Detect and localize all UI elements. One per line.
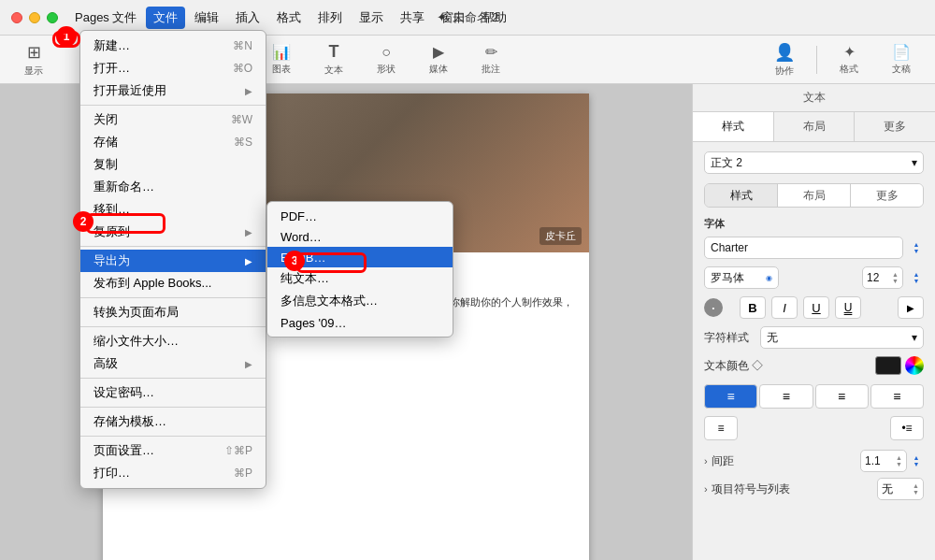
collaborate-button[interactable]: 👤 协作 <box>760 39 809 80</box>
toolbar-separator-2 <box>816 46 817 74</box>
menu-view[interactable]: 显示 <box>352 7 391 29</box>
menu-format[interactable]: 格式 <box>269 7 309 29</box>
list-value[interactable]: 无 ▲ ▼ <box>877 478 924 500</box>
media-button[interactable]: ▶︎ 媒体 <box>414 39 463 80</box>
menu-print[interactable]: 打印… ⌘P <box>80 462 266 484</box>
close-button[interactable] <box>11 12 22 23</box>
align-center-button[interactable]: ≡ <box>759 384 813 409</box>
document-button[interactable]: 📄 文稿 <box>877 39 926 80</box>
menu-new[interactable]: 新建… ⌘N <box>80 35 266 57</box>
export-pages09[interactable]: Pages '09… <box>267 312 453 333</box>
menu-pages[interactable]: Pages 文件 <box>67 7 144 29</box>
chart-label: 图表 <box>272 63 291 76</box>
menu-password[interactable]: 设定密码… <box>80 381 266 404</box>
menu-share[interactable]: 共享 <box>393 7 432 29</box>
font-name-stepper[interactable]: ▲ ▼ <box>909 237 924 259</box>
three-tab-style[interactable]: 样式 <box>705 184 778 207</box>
strikethrough-button[interactable]: U <box>835 296 861 319</box>
tab-layout[interactable]: 布局 <box>774 112 856 141</box>
menu-save-shortcut: ⌘S <box>215 136 252 149</box>
underline-button[interactable]: U <box>803 296 829 319</box>
menu-close-shortcut: ⌘W <box>212 113 252 126</box>
tab-more[interactable]: 更多 <box>855 112 935 141</box>
style-dropdown[interactable]: 正文 2 ▾ <box>704 151 924 174</box>
view-button[interactable]: ⊞ 显示 <box>9 39 58 80</box>
export-word[interactable]: Word… <box>267 226 453 247</box>
font-style-field[interactable]: 罗马体 ◉ <box>704 266 779 289</box>
export-epub[interactable]: EPUB… <box>267 247 453 267</box>
export-plain[interactable]: 纯文本… <box>267 267 453 290</box>
export-word-label: Word… <box>280 230 322 244</box>
menu-moveto[interactable]: 移到… <box>80 198 266 221</box>
view-icon: ⊞ <box>27 42 41 63</box>
spacing-down: ▼ <box>896 461 902 467</box>
char-style-dropdown[interactable]: 无 ▾ <box>760 326 924 349</box>
color-wheel[interactable] <box>905 356 924 375</box>
list-style-button[interactable]: ≡ <box>704 416 738 440</box>
indent-button[interactable]: •≡ <box>890 416 924 440</box>
tab-style[interactable]: 样式 <box>693 112 774 141</box>
menu-open[interactable]: 打开… ⌘O <box>80 57 266 79</box>
spacing-value[interactable]: 1.1 ▲ ▼ <box>860 450 907 472</box>
file-menu-dropdown: 新建… ⌘N 打开… ⌘O 打开最近使用 ▶ 关闭 ⌘W 存储 ⌘S 复制 重新… <box>79 30 266 489</box>
font-name-field[interactable]: Charter <box>704 237 903 259</box>
format-panel-button[interactable]: ✦ 格式 <box>825 39 873 80</box>
chart-icon: 📊 <box>272 43 291 61</box>
menu-publish[interactable]: 发布到 Apple Books... <box>80 272 266 294</box>
minimize-button[interactable] <box>29 12 40 23</box>
menu-save[interactable]: 存储 ⌘S <box>80 131 266 153</box>
shape-button[interactable]: ○ 形状 <box>362 39 410 80</box>
font-size-outer-stepper[interactable]: ▲ ▼ <box>909 266 924 289</box>
align-justify-button[interactable]: ≡ <box>870 384 924 409</box>
spacing-toggle[interactable]: › <box>704 455 708 467</box>
menu-arrange[interactable]: 排列 <box>310 7 350 29</box>
spacing-label: 间距 <box>712 453 860 469</box>
menu-revert[interactable]: 复原到 ▶ <box>80 221 266 243</box>
text-color-swatch[interactable] <box>875 356 901 375</box>
text-icon: T <box>329 42 339 62</box>
text-color-label: 文本颜色 ◇ <box>704 358 875 374</box>
align-left-button[interactable]: ≡ <box>704 384 757 409</box>
menu-close[interactable]: 关闭 ⌘W <box>80 108 266 131</box>
font-size-outer-up: ▲ <box>913 271 920 278</box>
menu-export[interactable]: 导出为 ▶ <box>80 250 266 272</box>
menu-convert[interactable]: 转换为页面布局 <box>80 301 266 323</box>
export-pdf[interactable]: PDF… <box>267 206 453 226</box>
menu-open-recent[interactable]: 打开最近使用 ▶ <box>80 79 266 102</box>
export-epub-label: EPUB… <box>280 251 325 265</box>
font-name-down: ▼ <box>913 248 920 254</box>
spacing-outer-stepper[interactable]: ▲ ▼ <box>909 450 924 472</box>
export-rtf[interactable]: 多信息文本格式… <box>267 290 453 312</box>
italic-button[interactable]: I <box>771 296 798 319</box>
menu-page-setup-shortcut: ⇧⌘P <box>206 444 252 457</box>
font-section-label: 字体 <box>704 217 924 231</box>
sep1 <box>80 105 266 106</box>
right-sidebar: 文本 样式 布局 更多 正文 2 ▾ 样式 布局 更多 字体 Charter <box>692 84 935 560</box>
align-right-button[interactable]: ≡ <box>815 384 869 409</box>
export-rtf-label: 多信息文本格式… <box>280 293 378 309</box>
more-styles-icon: ▶ <box>907 303 914 313</box>
comment-label: 批注 <box>482 63 500 76</box>
comment-button[interactable]: ✏ 批注 <box>467 39 515 80</box>
font-size-field[interactable]: 12 ▲ ▼ <box>862 266 903 289</box>
fullscreen-button[interactable] <box>47 12 58 23</box>
menu-print-label: 打印… <box>94 465 130 481</box>
menu-edit[interactable]: 编辑 <box>187 7 226 29</box>
more-styles-button[interactable]: ▶ <box>898 296 924 319</box>
text-color-row: 文本颜色 ◇ <box>704 356 924 375</box>
three-tab-layout[interactable]: 布局 <box>778 184 851 207</box>
menu-reduce[interactable]: 缩小文件大小… <box>80 330 266 352</box>
menu-file[interactable]: 文件 <box>146 7 185 29</box>
list-toggle[interactable]: › <box>704 483 708 495</box>
format-icon: ✦ <box>843 43 856 61</box>
menu-advanced[interactable]: 高级 ▶ <box>80 352 266 375</box>
menu-page-setup[interactable]: 页面设置… ⇧⌘P <box>80 439 266 462</box>
bold-button[interactable]: B <box>740 296 766 319</box>
three-tab-more[interactable]: 更多 <box>851 184 923 207</box>
menu-duplicate[interactable]: 复制 <box>80 153 266 176</box>
text-button[interactable]: T 文本 <box>309 39 358 80</box>
menu-insert[interactable]: 插入 <box>228 7 267 29</box>
menu-rename[interactable]: 重新命名… <box>80 176 266 198</box>
menu-save-template[interactable]: 存储为模板… <box>80 410 266 433</box>
list-row: › 项目符号与列表 无 ▲ ▼ <box>704 478 924 500</box>
